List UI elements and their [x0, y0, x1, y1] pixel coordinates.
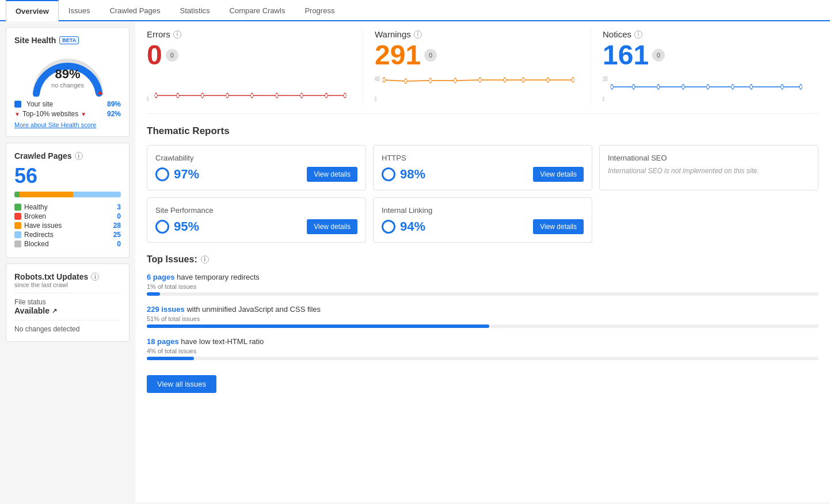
- val-healthy: 3: [117, 203, 121, 211]
- svg-point-17: [479, 78, 481, 82]
- gauge-container: 89% no changes: [14, 51, 121, 97]
- report-site-performance-row: 95% View details: [155, 219, 357, 234]
- val-broken: 0: [117, 212, 121, 220]
- label-blocked: Blocked: [24, 240, 49, 248]
- label-issues: Have issues: [24, 222, 62, 230]
- file-status-text: Available: [14, 306, 50, 315]
- svg-text:0: 0: [375, 96, 376, 102]
- report-https-row: 98% View details: [382, 167, 584, 182]
- more-site-health-link[interactable]: More about Site Health score: [14, 121, 121, 128]
- svg-point-15: [429, 78, 432, 83]
- https-icon: [382, 167, 395, 181]
- svg-text:400: 400: [375, 76, 380, 82]
- robots-divider2: [14, 320, 121, 320]
- dot-redirects: [14, 231, 21, 238]
- site-performance-view-btn[interactable]: View details: [307, 219, 357, 234]
- your-site-label: Your site: [26, 100, 53, 108]
- warnings-title-text: Warnings: [375, 29, 411, 39]
- notices-info-icon[interactable]: i: [634, 30, 642, 39]
- top-issues-title-text: Top Issues:: [147, 254, 197, 265]
- svg-point-4: [201, 93, 204, 98]
- svg-point-5: [226, 93, 229, 98]
- svg-point-30: [750, 85, 752, 89]
- report-crawlability-title: Crawlability: [155, 154, 357, 162]
- label-broken: Broken: [24, 212, 46, 220]
- site-health-title-text: Site Health: [14, 36, 56, 45]
- issue-2-link[interactable]: 229 issues: [147, 305, 185, 314]
- issue-3-link[interactable]: 18 pages: [147, 337, 179, 346]
- status-issues: Have issues 28: [14, 222, 121, 230]
- errors-info-icon[interactable]: i: [173, 30, 181, 39]
- svg-point-26: [657, 85, 660, 89]
- file-status-label: File status: [14, 298, 121, 306]
- file-status-val: Available ↗: [14, 306, 121, 315]
- warnings-badge: 0: [424, 49, 437, 62]
- crawled-pages-title-text: Crawled Pages: [14, 151, 72, 161]
- warnings-value: 291: [375, 40, 421, 71]
- issue-2-bar-wrap: [147, 324, 818, 328]
- issue-2-bar: [147, 324, 489, 328]
- metrics-row: Errors i 0 0 0: [147, 29, 818, 114]
- external-link-icon[interactable]: ↗: [52, 307, 57, 315]
- notices-title-text: Notices: [603, 29, 631, 39]
- tab-progress[interactable]: Progress: [295, 0, 344, 21]
- top-issues-info-icon[interactable]: i: [201, 255, 209, 264]
- site-performance-icon: [155, 220, 169, 234]
- report-internal-linking: Internal Linking 94% View details: [373, 197, 592, 243]
- warnings-block: Warnings i 291 0 400 0: [363, 29, 591, 104]
- issue-3-bar-wrap: [147, 357, 818, 360]
- https-percent: 98%: [382, 167, 425, 182]
- errors-block: Errors i 0 0 0: [147, 29, 363, 104]
- your-site-dot: [14, 101, 21, 108]
- issue-3-bar: [147, 357, 194, 360]
- issue-1-bar: [147, 292, 160, 296]
- tab-issues[interactable]: Issues: [59, 0, 100, 21]
- svg-point-9: [325, 93, 328, 98]
- bar-issues: [20, 192, 73, 197]
- internal-linking-view-btn[interactable]: View details: [533, 219, 584, 234]
- robots-card: Robots.txt Updates i since the last craw…: [6, 264, 130, 342]
- errors-title: Errors i: [147, 29, 351, 39]
- report-intl-seo-title: International SEO: [608, 154, 810, 162]
- svg-point-10: [344, 93, 346, 98]
- reports-grid: Crawlability 97% View details HTTPS 98%: [147, 145, 818, 243]
- https-pct-text: 98%: [400, 167, 425, 182]
- view-all-issues-btn[interactable]: View all issues: [147, 375, 216, 393]
- internal-linking-pct-text: 94%: [400, 219, 425, 234]
- crawled-pages-title: Crawled Pages i: [14, 151, 121, 161]
- issue-2-pct: 51% of total issues: [147, 315, 818, 322]
- dot-blocked: [14, 240, 21, 247]
- dot-issues: [14, 222, 21, 229]
- gauge-subtitle: no changes: [51, 82, 84, 89]
- top-site-val: 92%: [107, 110, 121, 118]
- tab-compare-crawls[interactable]: Compare Crawls: [220, 0, 295, 21]
- crawled-pages-info-icon[interactable]: i: [75, 152, 83, 160]
- svg-point-24: [611, 85, 613, 89]
- svg-text:0: 0: [147, 96, 149, 102]
- notices-badge: 0: [652, 49, 665, 62]
- robots-title: Robots.txt Updates i: [14, 272, 121, 281]
- svg-point-2: [155, 93, 157, 98]
- issue-2-text: 229 issues with unminified JavaScript an…: [147, 305, 818, 314]
- crawled-pages-card: Crawled Pages i 56 Healthy 3: [6, 143, 130, 258]
- tab-crawled-pages[interactable]: Crawled Pages: [100, 0, 170, 21]
- top-site-legend: ▼ Top-10% websites ▼ 92%: [14, 110, 121, 118]
- status-healthy: Healthy 3: [14, 203, 121, 211]
- report-internal-linking-row: 94% View details: [382, 219, 584, 234]
- robots-info-icon[interactable]: i: [91, 273, 99, 281]
- robots-since: since the last crawl: [14, 281, 121, 288]
- warnings-info-icon[interactable]: i: [414, 30, 422, 39]
- report-crawlability: Crawlability 97% View details: [147, 145, 366, 190]
- intl-seo-note: International SEO is not implemented on …: [608, 167, 810, 175]
- report-https-title: HTTPS: [382, 154, 584, 162]
- https-view-btn[interactable]: View details: [533, 167, 584, 182]
- top-site-arrow: ▼: [14, 111, 20, 117]
- main-layout: Site Health BETA 89% no changes: [0, 21, 830, 502]
- crawlability-icon: [155, 167, 169, 181]
- tab-overview[interactable]: Overview: [6, 0, 59, 21]
- tab-statistics[interactable]: Statistics: [170, 0, 220, 21]
- issue-1-rest: have temporary redirects: [174, 273, 259, 281]
- crawlability-view-btn[interactable]: View details: [307, 167, 357, 182]
- issue-1-link[interactable]: 6 pages: [147, 273, 174, 281]
- val-issues: 28: [113, 222, 121, 230]
